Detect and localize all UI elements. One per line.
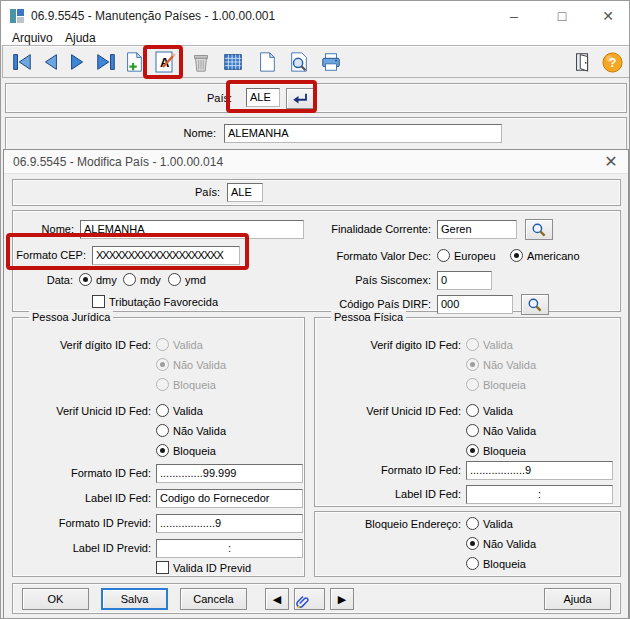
- pf-digito-naovalida-label: Não Valida: [483, 359, 536, 371]
- delete-record-icon[interactable]: [187, 48, 215, 76]
- pf-digito-valida-label: Valida: [483, 339, 513, 351]
- main-nome-label: Nome:: [184, 127, 216, 139]
- pj-label-id-fed-input[interactable]: Codigo do Fornecedor: [156, 489, 303, 508]
- last-record-icon[interactable]: [92, 48, 120, 76]
- pj-unicid-valida-radio[interactable]: [156, 404, 169, 417]
- bloqueio-valida-label: Valida: [483, 518, 513, 530]
- next-record-icon[interactable]: [64, 48, 92, 76]
- pf-digito-bloqueia-label: Bloqueia: [483, 379, 526, 391]
- pf-unicid-bloqueia-radio[interactable]: [466, 444, 479, 457]
- pj-unicid-bloqueia-label: Bloqueia: [173, 445, 216, 457]
- bloqueio-bloqueia-radio[interactable]: [466, 557, 479, 570]
- pj-unicid-bloqueia-radio[interactable]: [156, 444, 169, 457]
- dirf-lookup-button[interactable]: [521, 294, 549, 315]
- toolbar: A ?: [2, 45, 630, 78]
- pf-digito-naovalida-radio: [466, 358, 479, 371]
- attachment-button[interactable]: [294, 588, 325, 610]
- minimize-icon[interactable]: –: [499, 7, 529, 25]
- print-icon[interactable]: [317, 48, 345, 76]
- checkbox-valida-id-previd-label: Valida ID Previd: [173, 562, 251, 574]
- previous-record-icon[interactable]: [36, 48, 64, 76]
- finalidade-input[interactable]: Geren: [437, 220, 517, 239]
- bloqueio-naovalida-radio[interactable]: [466, 537, 479, 550]
- pj-unicid-valida-label: Valida: [173, 405, 203, 417]
- dirf-input[interactable]: 000: [437, 295, 513, 314]
- menubar: Arquivo Ajuda: [1, 31, 629, 45]
- radio-data-ymd[interactable]: [168, 273, 181, 286]
- menu-ajuda[interactable]: Ajuda: [65, 31, 96, 45]
- pj-label-id-previd-label: Label ID Previd:: [73, 542, 151, 554]
- salva-button[interactable]: Salva: [101, 588, 168, 610]
- pj-digito-valida-radio: [156, 338, 169, 351]
- checkbox-tributacao-label: Tributação Favorecida: [109, 296, 218, 308]
- pj-unicid-naovalida-radio[interactable]: [156, 424, 169, 437]
- dialog-close-icon[interactable]: ✕: [602, 153, 620, 171]
- finalidade-lookup-button[interactable]: [525, 219, 553, 240]
- pj-digito-valida-label: Valida: [173, 339, 203, 351]
- pf-unicid-valida-label: Valida: [483, 405, 513, 417]
- group-pessoa-juridica-title: Pessoa Jurídica: [29, 311, 113, 323]
- next-button[interactable]: ▶: [330, 588, 354, 610]
- finalidade-label: Finalidade Corrente:: [331, 223, 431, 235]
- ajuda-button[interactable]: Ajuda: [544, 588, 611, 610]
- bloqueio-valida-radio[interactable]: [466, 517, 479, 530]
- radio-data-ymd-label: ymd: [185, 274, 206, 286]
- pj-verif-unicid-label: Verif Unicid ID Fed:: [56, 405, 151, 417]
- pf-unicid-valida-radio[interactable]: [466, 404, 479, 417]
- paperclip-icon: [295, 593, 311, 609]
- pf-digito-bloqueia-radio: [466, 378, 479, 391]
- pj-label-id-previd-input[interactable]: :: [156, 539, 303, 558]
- cancela-button[interactable]: Cancela: [180, 588, 247, 610]
- checkbox-valida-id-previd[interactable]: [156, 561, 169, 574]
- previous-button[interactable]: ◀: [265, 588, 289, 610]
- dialog-pais-label: País:: [195, 186, 220, 198]
- main-nome-input[interactable]: ALEMANHA: [224, 124, 502, 143]
- dialog-titlebar: 06.9.5545 - Modifica País - 1.00.00.014 …: [4, 150, 628, 174]
- group-pessoa-fisica: Pessoa Física Verif digito ID Fed: Valid…: [314, 317, 621, 507]
- magnifier-icon: [527, 297, 543, 313]
- pj-label-id-fed-label: Label ID Fed:: [85, 492, 151, 504]
- maximize-icon[interactable]: □: [547, 7, 577, 25]
- pf-formato-id-fed-input[interactable]: ..................9: [466, 461, 613, 480]
- pf-verif-digito-label: Verif digito ID Fed:: [371, 339, 462, 351]
- pj-formato-id-previd-label: Formato ID Previd:: [59, 517, 151, 529]
- first-record-icon[interactable]: [8, 48, 36, 76]
- dialog-pais-input[interactable]: ALE: [227, 183, 263, 202]
- svg-text:?: ?: [608, 56, 616, 70]
- formato-valor-label: Formato Valor Dec:: [336, 250, 431, 262]
- pf-unicid-bloqueia-label: Bloqueia: [483, 445, 526, 457]
- menu-arquivo[interactable]: Arquivo: [12, 31, 53, 45]
- dialog-button-bar: OK Salva Cancela ◀ ▶ Ajuda: [12, 583, 621, 614]
- pf-formato-id-fed-label: Formato ID Fed:: [381, 464, 461, 476]
- pj-formato-id-fed-input[interactable]: ..............99.999: [156, 464, 303, 483]
- siscomex-input[interactable]: 0: [437, 271, 492, 290]
- radio-data-dmy[interactable]: [79, 273, 92, 286]
- ok-button[interactable]: OK: [22, 588, 89, 610]
- new-document-icon[interactable]: [253, 48, 281, 76]
- exit-icon[interactable]: [569, 48, 597, 76]
- radio-data-mdy[interactable]: [123, 273, 136, 286]
- radio-data-mdy-label: mdy: [140, 274, 161, 286]
- group-bloqueio-endereco: Bloqueio Endereço: Valida Não Valida Blo…: [314, 511, 621, 577]
- radio-valor-americano-label: Americano: [527, 250, 580, 262]
- pf-label-id-fed-label: Label ID Fed:: [395, 488, 461, 500]
- close-icon[interactable]: ✕: [593, 7, 623, 25]
- pf-digito-valida-radio: [466, 338, 479, 351]
- help-icon[interactable]: ?: [598, 48, 626, 76]
- checkbox-tributacao[interactable]: [92, 295, 105, 308]
- pj-formato-id-previd-input[interactable]: ..................9: [156, 514, 303, 533]
- highlight-formato-cep: [6, 233, 249, 270]
- pf-verif-unicid-label: Verif Unicid ID Fed:: [366, 405, 461, 417]
- pj-unicid-naovalida-label: Não Valida: [173, 425, 226, 437]
- group-pessoa-juridica: Pessoa Jurídica Verif dígito ID Fed: Val…: [12, 317, 305, 577]
- pf-unicid-naovalida-radio[interactable]: [466, 424, 479, 437]
- query-icon[interactable]: [285, 48, 313, 76]
- screen: 06.9.5545 - Manutenção Países - 1.00.00.…: [0, 0, 630, 619]
- highlight-pais-field: [226, 80, 317, 113]
- table-view-icon[interactable]: [219, 48, 247, 76]
- pj-formato-id-fed-label: Formato ID Fed:: [71, 467, 151, 479]
- radio-valor-europeu[interactable]: [437, 249, 450, 262]
- pf-label-id-fed-input[interactable]: :: [466, 485, 613, 504]
- radio-valor-europeu-label: Europeu: [454, 250, 496, 262]
- radio-valor-americano[interactable]: [510, 249, 523, 262]
